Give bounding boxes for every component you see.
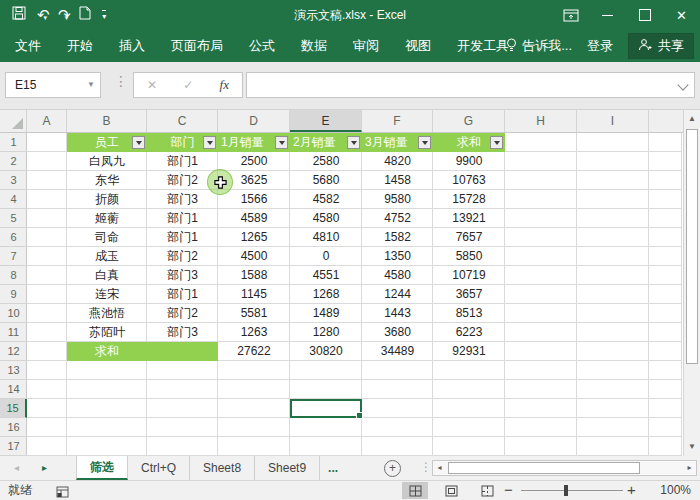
cell-B8[interactable]: 白真 [67,266,147,285]
expand-formula-bar-icon[interactable] [677,79,688,90]
row-header-8[interactable]: 8 [0,266,27,285]
cell-C8[interactable]: 部门3 [147,266,218,285]
cell-E12[interactable]: 30820 [290,342,362,361]
select-all-button[interactable] [0,110,27,132]
cell-D2[interactable]: 2500 [218,152,290,171]
cell-F4[interactable]: 9580 [362,190,433,209]
cell-E11[interactable]: 1280 [290,323,362,342]
cell-B4[interactable]: 折颜 [67,190,147,209]
scroll-up-icon[interactable]: ▲ [684,111,700,127]
table-header-4[interactable]: 2月销量 [290,133,362,152]
cell-G9[interactable]: 3657 [433,285,505,304]
cell-G7[interactable]: 5850 [433,247,505,266]
ribbon-tab-4[interactable]: 公式 [249,37,275,55]
minimize-button[interactable] [589,0,626,30]
cell-B5[interactable]: 姬蘅 [67,209,147,228]
cell-G6[interactable]: 7657 [433,228,505,247]
cell-C7[interactable]: 部门2 [147,247,218,266]
sheet-tab-2[interactable]: Sheet9 [255,456,320,480]
cell-B10[interactable]: 燕池悟 [67,304,147,323]
zoom-in-icon[interactable]: + [627,481,636,499]
cell-D8[interactable]: 1588 [218,266,290,285]
cell-C11[interactable]: 部门3 [147,323,218,342]
fill-handle[interactable] [356,412,363,419]
cell-G12[interactable]: 92931 [433,342,505,361]
row-header-12[interactable]: 12 [0,342,27,361]
cell-F12[interactable]: 34489 [362,342,433,361]
ribbon-tab-2[interactable]: 插入 [119,37,145,55]
row-header-2[interactable]: 2 [0,152,27,171]
column-header-B[interactable]: B [67,110,147,132]
row-header-16[interactable]: 16 [0,418,27,437]
horizontal-scroll-thumb[interactable] [448,462,640,474]
row-header-7[interactable]: 7 [0,247,27,266]
row-header-10[interactable]: 10 [0,304,27,323]
sheet-nav-right-icon[interactable]: ▸ [42,456,47,480]
table-header-1[interactable]: 员工 [67,133,147,152]
ribbon-tab-0[interactable]: 文件 [15,37,41,55]
cell-E3[interactable]: 5680 [290,171,362,190]
sheet-tabs-overflow[interactable]: ... [320,456,346,480]
normal-view-button[interactable] [402,482,428,499]
tell-me-button[interactable]: 告诉我... [506,37,572,55]
cell-E8[interactable]: 4551 [290,266,362,285]
cell-E4[interactable]: 4582 [290,190,362,209]
formula-input[interactable] [246,72,695,98]
cell-C9[interactable]: 部门1 [147,285,218,304]
filter-button[interactable] [490,136,503,149]
cell-D9[interactable]: 1145 [218,285,290,304]
cell-F6[interactable]: 1582 [362,228,433,247]
cell-F3[interactable]: 1458 [362,171,433,190]
maximize-button[interactable] [626,0,663,30]
cell-D11[interactable]: 1263 [218,323,290,342]
cell-E10[interactable]: 1489 [290,304,362,323]
cell-C2[interactable]: 部门1 [147,152,218,171]
table-header-3[interactable]: 1月销量 [218,133,290,152]
ribbon-tab-6[interactable]: 审阅 [353,37,379,55]
sheet-tab-1[interactable]: Sheet8 [190,456,255,480]
share-button[interactable]: 共享 [628,33,694,59]
cell-F11[interactable]: 3680 [362,323,433,342]
ribbon-display-options-icon[interactable] [552,0,589,30]
cell-E6[interactable]: 4810 [290,228,362,247]
cell-C5[interactable]: 部门1 [147,209,218,228]
cancel-icon[interactable]: ✕ [147,78,157,92]
scroll-right-icon[interactable]: ▸ [683,461,696,475]
cell-F2[interactable]: 4820 [362,152,433,171]
column-header-E[interactable]: E [290,110,362,132]
cell-F7[interactable]: 1350 [362,247,433,266]
table-header-5[interactable]: 3月销量 [362,133,433,152]
cell-D10[interactable]: 5581 [218,304,290,323]
filter-button[interactable] [132,136,145,149]
filter-button[interactable] [203,136,216,149]
ribbon-tab-8[interactable]: 开发工具 [457,37,509,55]
total-row-label[interactable]: 求和 [67,342,147,361]
column-header-F[interactable]: F [362,110,433,132]
page-break-view-button[interactable] [474,482,500,499]
spreadsheet-grid[interactable]: 员工部门1月销量2月销量3月销量求和白凤九部门12500258048209900… [27,133,682,456]
selected-cell[interactable] [290,399,362,418]
cell-E9[interactable]: 1268 [290,285,362,304]
cell-G4[interactable]: 15728 [433,190,505,209]
row-header-15[interactable]: 15 [0,399,27,418]
record-macro-icon[interactable] [56,484,69,500]
sheet-tab-0[interactable]: Ctrl+Q [128,456,190,480]
table-header-6[interactable]: 求和 [433,133,505,152]
column-header-I[interactable]: I [577,110,649,132]
enter-icon[interactable]: ✓ [183,78,193,92]
ribbon-tab-7[interactable]: 视图 [405,37,431,55]
cell-D12[interactable]: 27622 [218,342,290,361]
sheet-tab-active[interactable]: 筛选 [76,456,128,480]
column-header-D[interactable]: D [218,110,290,132]
cell-F8[interactable]: 4580 [362,266,433,285]
page-layout-view-button[interactable] [438,482,464,499]
cell-B3[interactable]: 东华 [67,171,147,190]
cell-G8[interactable]: 10719 [433,266,505,285]
column-header-C[interactable]: C [147,110,218,132]
ribbon-tab-5[interactable]: 数据 [301,37,327,55]
row-header-14[interactable]: 14 [0,380,27,399]
cell-D7[interactable]: 4500 [218,247,290,266]
vertical-scroll-thumb[interactable] [686,129,698,364]
cell-G2[interactable]: 9900 [433,152,505,171]
row-header-1[interactable]: 1 [0,133,27,152]
